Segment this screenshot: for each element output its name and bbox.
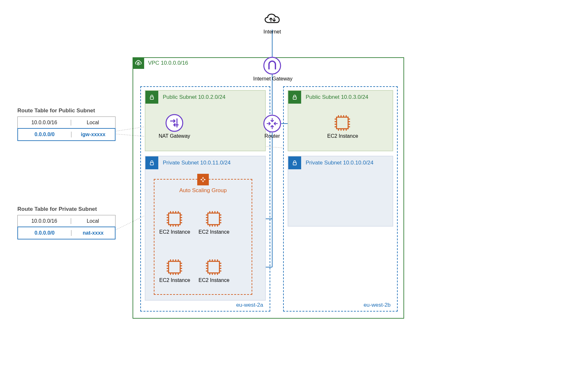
az-a-public-label: Public Subnet 10.0.2.0/24 — [163, 94, 226, 100]
svg-rect-37 — [150, 163, 153, 165]
cell-target: igw-xxxxx — [71, 132, 115, 137]
cell-target: Local — [71, 218, 115, 224]
cell-target: Local — [71, 120, 115, 126]
lock-icon — [288, 91, 301, 104]
internet-icon — [262, 10, 282, 27]
cell-dest: 0.0.0.0/0 — [18, 230, 71, 236]
svg-rect-39 — [169, 213, 180, 225]
svg-rect-19 — [293, 97, 296, 99]
asg-label: Auto Scaling Group — [154, 187, 252, 194]
table-row: 10.0.0.0/16 Local — [18, 117, 115, 128]
route-public-table: 10.0.0.0/16 Local 0.0.0.0/0 igw-xxxxx — [17, 117, 116, 141]
internet-gateway-icon — [263, 57, 281, 75]
cloud-lock-icon — [133, 57, 144, 69]
route-public-title: Route Table for Public Subnet — [17, 107, 95, 114]
svg-point-18 — [264, 115, 281, 132]
ec2-label: EC2 Instance — [157, 229, 192, 235]
router-label: Router — [261, 133, 283, 139]
lock-icon — [145, 91, 158, 104]
vpc-label: VPC 10.0.0.0/16 — [148, 60, 188, 66]
nat-gateway-label: NAT Gateway — [154, 133, 194, 139]
az-b-label: eu-west-2b — [364, 302, 391, 308]
ec2-label: EC2 Instance — [157, 277, 192, 283]
internet-gateway-label: Internet Gateway — [248, 76, 298, 82]
ec2-label: EC2 Instance — [325, 133, 360, 139]
svg-rect-73 — [169, 261, 180, 273]
svg-rect-20 — [337, 117, 348, 129]
az-b-public-label: Public Subnet 10.0.3.0/24 — [306, 94, 368, 100]
svg-rect-90 — [208, 261, 219, 273]
route-private-table: 10.0.0.0/16 Local 0.0.0.0/0 nat-xxxx — [17, 215, 116, 239]
cell-dest: 0.0.0.0/0 — [18, 132, 71, 137]
cell-target: nat-xxxx — [71, 230, 115, 236]
ec2-icon — [205, 210, 223, 228]
az-a-private-label: Private Subnet 10.0.11.0/24 — [163, 160, 231, 166]
router-icon — [263, 115, 281, 133]
lock-icon — [145, 156, 158, 169]
ec2-label: EC2 Instance — [196, 229, 232, 235]
svg-rect-38 — [293, 163, 296, 165]
cell-dest: 10.0.0.0/16 — [18, 120, 71, 126]
route-private-title: Route Table for Private Subnet — [17, 206, 97, 212]
ec2-label: EC2 Instance — [196, 277, 232, 283]
az-b-private-subnet: Private Subnet 10.0.10.0/24 — [288, 156, 393, 227]
ec2-icon — [205, 258, 223, 276]
svg-rect-13 — [137, 63, 139, 65]
svg-rect-56 — [208, 213, 219, 225]
internet-label: Internet — [256, 29, 288, 35]
svg-rect-15 — [150, 97, 153, 99]
az-a-label: eu-west-2a — [236, 302, 263, 308]
diagram-canvas: Internet VPC 10.0.0.0/16 Internet Gatewa… — [0, 0, 583, 392]
asg-icon — [197, 174, 209, 185]
table-row: 10.0.0.0/16 Local — [18, 215, 115, 227]
ec2-icon — [333, 114, 351, 132]
table-row: 0.0.0.0/0 nat-xxxx — [17, 227, 116, 239]
ec2-icon — [165, 210, 183, 228]
svg-point-14 — [264, 57, 281, 74]
nat-gateway-icon — [165, 114, 183, 132]
svg-point-16 — [166, 115, 183, 131]
ec2-icon — [165, 258, 183, 276]
cell-dest: 10.0.0.0/16 — [18, 218, 71, 224]
az-b-private-label: Private Subnet 10.0.10.0/24 — [306, 160, 374, 166]
table-row: 0.0.0.0/0 igw-xxxxx — [17, 128, 116, 141]
lock-icon — [288, 156, 301, 169]
az-a-public-subnet: Public Subnet 10.0.2.0/24 — [145, 90, 266, 151]
